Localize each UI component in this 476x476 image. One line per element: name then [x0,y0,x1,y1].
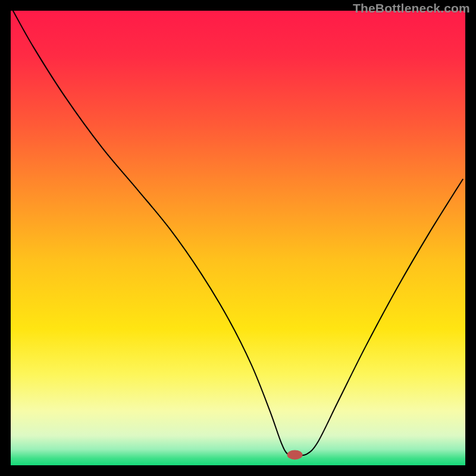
bottleneck-curve [13,11,463,455]
chart-frame: TheBottleneck.com [0,0,476,476]
curve-layer [11,11,465,465]
watermark-text: TheBottleneck.com [353,1,470,15]
plot-area [11,11,465,465]
optimum-marker [287,450,303,459]
